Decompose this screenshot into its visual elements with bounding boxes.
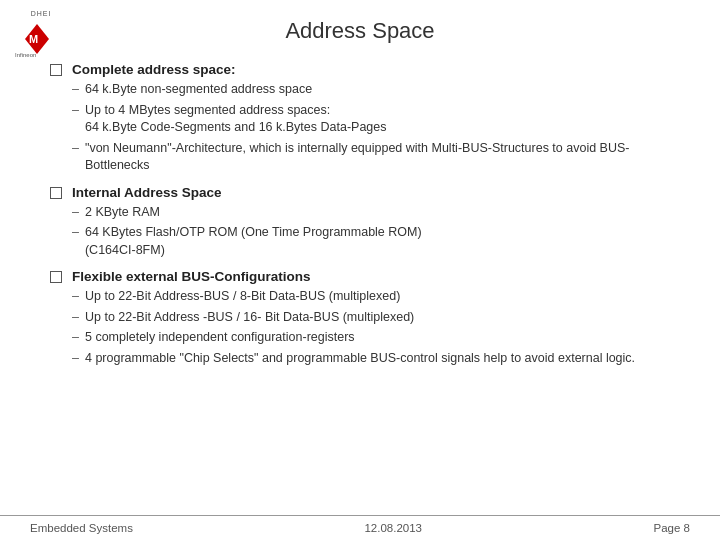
section-flexible-external-bus: Flexible external BUS-Configurations–Up … (50, 269, 690, 367)
list-item: –"von Neumann"-Architecture, which is in… (72, 140, 690, 175)
slide: DHEI M Infineon Address Space Complete a… (0, 0, 720, 540)
dash-icon: – (72, 140, 79, 158)
section-internal-address-space-title: Internal Address Space (72, 185, 222, 200)
section-internal-address-space-checkbox (50, 187, 62, 199)
list-item: –2 KByte RAM (72, 204, 690, 222)
list-item: –4 programmable "Chip Selects" and progr… (72, 350, 690, 368)
list-item-text: 64 k.Byte non-segmented address space (85, 81, 312, 99)
section-complete-address-space-subitems: –64 k.Byte non-segmented address space–U… (72, 81, 690, 175)
list-item-text: Up to 22-Bit Address -BUS / 16- Bit Data… (85, 309, 414, 327)
dash-icon: – (72, 288, 79, 306)
list-item-text: Up to 22-Bit Address-BUS / 8-Bit Data-BU… (85, 288, 400, 306)
list-item: –Up to 22-Bit Address -BUS / 16- Bit Dat… (72, 309, 690, 327)
list-item-text: 5 completely independent configuration-r… (85, 329, 355, 347)
list-item-text: 64 KBytes Flash/OTP ROM (One Time Progra… (85, 224, 422, 259)
main-content: Complete address space:–64 k.Byte non-se… (0, 54, 720, 515)
list-item-text: Up to 4 MBytes segmented address spaces:… (85, 102, 387, 137)
section-flexible-external-bus-header: Flexible external BUS-Configurations (50, 269, 690, 284)
dash-icon: – (72, 329, 79, 347)
list-item-text: "von Neumann"-Architecture, which is int… (85, 140, 690, 175)
section-internal-address-space-subitems: –2 KByte RAM–64 KBytes Flash/OTP ROM (On… (72, 204, 690, 260)
dash-icon: – (72, 102, 79, 120)
footer-center: 12.08.2013 (364, 522, 422, 534)
dash-icon: – (72, 204, 79, 222)
logo-area: DHEI M Infineon (15, 10, 67, 59)
list-item: –Up to 4 MBytes segmented address spaces… (72, 102, 690, 137)
header: DHEI M Infineon Address Space (0, 0, 720, 54)
svg-text:M: M (29, 33, 38, 45)
page-title: Address Space (285, 18, 434, 44)
section-complete-address-space-title: Complete address space: (72, 62, 236, 77)
list-item: –Up to 22-Bit Address-BUS / 8-Bit Data-B… (72, 288, 690, 306)
dash-icon: – (72, 309, 79, 327)
list-item: –64 k.Byte non-segmented address space (72, 81, 690, 99)
section-complete-address-space: Complete address space:–64 k.Byte non-se… (50, 62, 690, 175)
footer: Embedded Systems 12.08.2013 Page 8 (0, 515, 720, 540)
list-item-text: 4 programmable "Chip Selects" and progra… (85, 350, 635, 368)
dhei-label: DHEI (31, 10, 52, 17)
list-item-text: 2 KByte RAM (85, 204, 160, 222)
infineon-logo: M Infineon (15, 19, 67, 59)
list-item: –64 KBytes Flash/OTP ROM (One Time Progr… (72, 224, 690, 259)
dash-icon: – (72, 224, 79, 242)
section-flexible-external-bus-checkbox (50, 271, 62, 283)
dash-icon: – (72, 81, 79, 99)
section-complete-address-space-header: Complete address space: (50, 62, 690, 77)
section-flexible-external-bus-title: Flexible external BUS-Configurations (72, 269, 311, 284)
footer-left: Embedded Systems (30, 522, 133, 534)
section-complete-address-space-checkbox (50, 64, 62, 76)
section-flexible-external-bus-subitems: –Up to 22-Bit Address-BUS / 8-Bit Data-B… (72, 288, 690, 367)
footer-right: Page 8 (654, 522, 690, 534)
svg-text:Infineon: Infineon (15, 52, 36, 58)
section-internal-address-space: Internal Address Space–2 KByte RAM–64 KB… (50, 185, 690, 260)
list-item: –5 completely independent configuration-… (72, 329, 690, 347)
section-internal-address-space-header: Internal Address Space (50, 185, 690, 200)
dash-icon: – (72, 350, 79, 368)
